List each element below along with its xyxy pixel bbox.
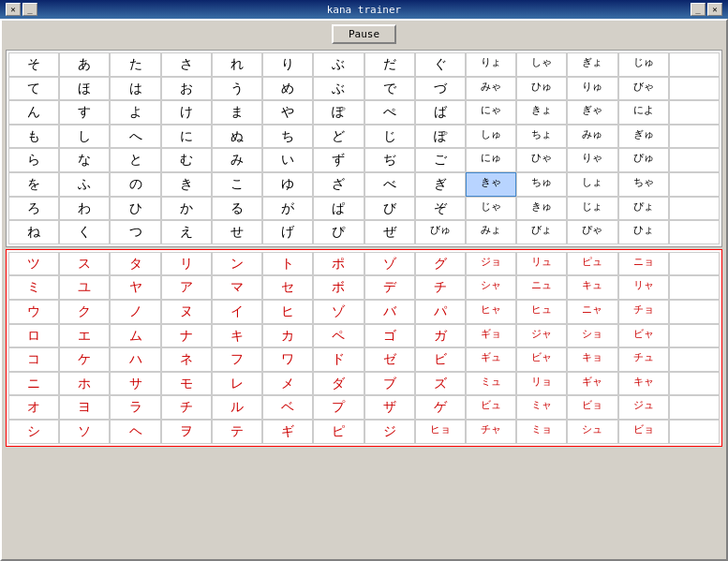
hiragana-cell[interactable] xyxy=(669,52,720,77)
katakana-cell[interactable]: ル xyxy=(212,395,262,420)
hiragana-cell[interactable]: にゃ xyxy=(466,100,516,125)
hiragana-cell[interactable]: によ xyxy=(618,100,669,125)
katakana-cell[interactable]: メ xyxy=(262,372,313,396)
hiragana-cell[interactable]: みゃ xyxy=(466,77,516,101)
katakana-cell[interactable]: パ xyxy=(415,300,466,324)
hiragana-cell[interactable]: ぴょ xyxy=(618,197,669,221)
katakana-cell[interactable]: ジ xyxy=(364,420,415,444)
katakana-cell[interactable]: リュ xyxy=(516,252,567,276)
katakana-cell[interactable]: シャ xyxy=(466,275,516,300)
katakana-cell[interactable]: キ xyxy=(212,324,262,348)
hiragana-cell[interactable]: い xyxy=(262,148,313,172)
hiragana-cell[interactable]: こ xyxy=(212,172,262,197)
hiragana-cell[interactable]: え xyxy=(161,220,212,244)
hiragana-cell[interactable]: りゃ xyxy=(567,148,617,172)
hiragana-cell[interactable]: ぐ xyxy=(415,52,466,77)
hiragana-cell[interactable]: げ xyxy=(262,220,313,244)
katakana-cell[interactable]: ダ xyxy=(313,372,364,396)
hiragana-cell[interactable]: ぴゃ xyxy=(567,220,617,244)
hiragana-cell[interactable]: さ xyxy=(161,52,212,77)
hiragana-cell[interactable]: ら xyxy=(8,148,59,172)
katakana-cell[interactable]: ゾ xyxy=(313,300,364,324)
hiragana-cell[interactable]: り xyxy=(262,52,313,77)
katakana-cell[interactable]: ド xyxy=(313,347,364,372)
hiragana-cell[interactable] xyxy=(669,77,720,101)
hiragana-cell[interactable]: ば xyxy=(415,100,466,125)
hiragana-cell[interactable]: は xyxy=(110,77,160,101)
hiragana-cell[interactable]: ちゃ xyxy=(618,172,669,197)
hiragana-cell[interactable]: ひょ xyxy=(618,220,669,244)
katakana-cell[interactable]: ウ xyxy=(8,300,59,324)
katakana-cell[interactable]: ヒ xyxy=(262,300,313,324)
hiragana-cell[interactable]: ん xyxy=(8,100,59,125)
hiragana-cell[interactable]: し xyxy=(59,125,110,149)
katakana-cell[interactable]: ピ xyxy=(313,420,364,444)
katakana-cell[interactable]: ショ xyxy=(567,324,617,348)
katakana-cell[interactable] xyxy=(669,275,720,300)
hiragana-cell[interactable]: た xyxy=(110,52,160,77)
hiragana-cell[interactable]: みょ xyxy=(466,220,516,244)
katakana-cell[interactable]: ン xyxy=(212,252,262,276)
hiragana-cell[interactable]: ひゅ xyxy=(516,77,567,101)
katakana-cell[interactable]: グ xyxy=(415,252,466,276)
hiragana-cell[interactable]: づ xyxy=(415,77,466,101)
minimize-button-left[interactable]: _ xyxy=(22,3,37,16)
katakana-cell[interactable]: イ xyxy=(212,300,262,324)
katakana-cell[interactable]: ナ xyxy=(161,324,212,348)
katakana-cell[interactable]: ポ xyxy=(313,252,364,276)
hiragana-cell[interactable]: りゅ xyxy=(567,77,617,101)
katakana-cell[interactable]: チョ xyxy=(618,300,669,324)
katakana-cell[interactable]: ソ xyxy=(59,420,110,444)
katakana-cell[interactable]: チャ xyxy=(466,420,516,444)
katakana-cell[interactable] xyxy=(669,252,720,276)
hiragana-cell[interactable]: る xyxy=(212,197,262,221)
hiragana-cell[interactable]: ぎゅ xyxy=(618,125,669,149)
katakana-cell[interactable]: ヲ xyxy=(161,420,212,444)
katakana-cell[interactable]: ヤ xyxy=(110,275,160,300)
hiragana-cell[interactable]: ぶ xyxy=(313,77,364,101)
katakana-cell[interactable]: ボ xyxy=(313,275,364,300)
hiragana-cell[interactable]: そ xyxy=(8,52,59,77)
hiragana-cell[interactable] xyxy=(669,100,720,125)
katakana-cell[interactable]: ゴ xyxy=(364,324,415,348)
hiragana-cell[interactable]: しゅ xyxy=(466,125,516,149)
katakana-cell[interactable]: ロ xyxy=(8,324,59,348)
katakana-cell[interactable]: コ xyxy=(8,347,59,372)
hiragana-cell[interactable]: ま xyxy=(212,100,262,125)
hiragana-cell[interactable]: ぽ xyxy=(313,100,364,125)
katakana-cell[interactable]: キュ xyxy=(567,275,617,300)
hiragana-cell[interactable]: びゃ xyxy=(618,77,669,101)
hiragana-cell[interactable]: ぬ xyxy=(212,125,262,149)
katakana-cell[interactable]: ジュ xyxy=(618,395,669,420)
hiragana-cell[interactable]: ご xyxy=(415,148,466,172)
hiragana-cell[interactable]: き xyxy=(161,172,212,197)
katakana-cell[interactable]: ケ xyxy=(59,347,110,372)
katakana-cell[interactable]: ミ xyxy=(8,275,59,300)
hiragana-cell[interactable]: お xyxy=(161,77,212,101)
hiragana-cell[interactable]: みゅ xyxy=(567,125,617,149)
hiragana-cell[interactable]: ち xyxy=(262,125,313,149)
hiragana-cell[interactable] xyxy=(669,220,720,244)
hiragana-cell[interactable]: を xyxy=(8,172,59,197)
hiragana-cell[interactable]: じょ xyxy=(567,197,617,221)
katakana-cell[interactable]: ニュ xyxy=(516,275,567,300)
katakana-cell[interactable]: ヨ xyxy=(59,395,110,420)
hiragana-cell[interactable]: ざ xyxy=(313,172,364,197)
hiragana-cell[interactable]: ぺ xyxy=(364,100,415,125)
katakana-cell[interactable]: オ xyxy=(8,395,59,420)
katakana-cell[interactable]: リョ xyxy=(516,372,567,396)
window-controls-left[interactable]: ✕ _ xyxy=(6,3,37,16)
katakana-cell[interactable]: ベ xyxy=(262,395,313,420)
hiragana-cell[interactable] xyxy=(669,197,720,221)
katakana-cell[interactable]: ガ xyxy=(415,324,466,348)
katakana-cell[interactable]: シュ xyxy=(567,420,617,444)
katakana-cell[interactable]: フ xyxy=(212,347,262,372)
katakana-cell[interactable]: ス xyxy=(59,252,110,276)
hiragana-cell[interactable] xyxy=(669,148,720,172)
close-button-left[interactable]: ✕ xyxy=(6,3,21,16)
hiragana-cell[interactable]: しゃ xyxy=(516,52,567,77)
katakana-cell[interactable]: デ xyxy=(364,275,415,300)
hiragana-cell[interactable]: べ xyxy=(364,172,415,197)
hiragana-cell[interactable]: く xyxy=(59,220,110,244)
katakana-cell[interactable]: ゲ xyxy=(415,395,466,420)
